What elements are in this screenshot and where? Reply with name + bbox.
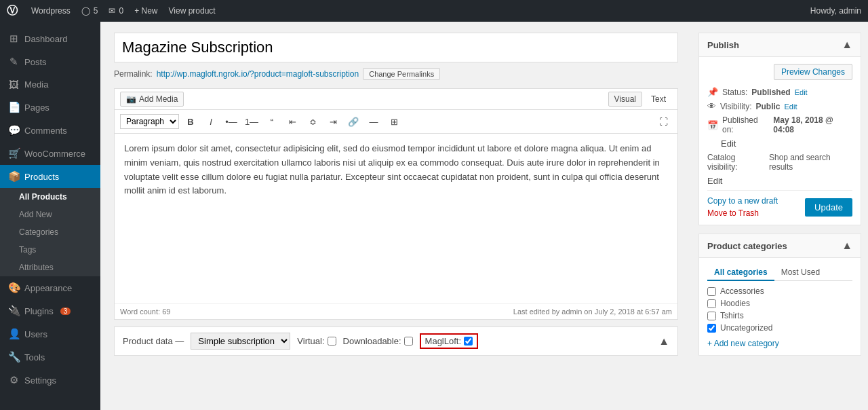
editor-content: Lorem ipsum dolor sit amet, consectetur … <box>124 143 660 195</box>
tab-visual[interactable]: Visual <box>608 92 642 107</box>
align-left-button[interactable]: ⇤ <box>283 113 301 130</box>
sidebar-item-pages[interactable]: 📄 Pages <box>0 96 100 119</box>
main-content: Permalink: http://wp.magloft.ngrok.io/?p… <box>100 22 692 410</box>
sidebar-item-dashboard[interactable]: ⊞ Dashboard <box>0 27 100 50</box>
cat-checkbox-uncategorized[interactable] <box>707 324 716 333</box>
categories-toggle[interactable]: ▲ <box>842 240 852 252</box>
magloft-checkbox[interactable] <box>464 337 473 346</box>
update-button[interactable]: Update <box>805 198 852 217</box>
downloadable-label: Downloadable: <box>343 336 413 346</box>
sidebar-item-users-label: Users <box>24 329 47 339</box>
sidebar-item-appearance-label: Appearance <box>24 283 72 293</box>
sidebar-item-settings[interactable]: ⚙ Settings <box>0 369 100 392</box>
downloadable-checkbox[interactable] <box>404 337 413 346</box>
bold-button[interactable]: B <box>182 113 199 130</box>
updates-icon: ◯ <box>81 6 90 16</box>
editor-body[interactable]: Lorem ipsum dolor sit amet, consectetur … <box>115 134 677 303</box>
tab-most-used[interactable]: Most Used <box>774 265 827 281</box>
tab-text[interactable]: Text <box>645 92 672 107</box>
sidebar-item-plugins-label: Plugins <box>24 306 54 316</box>
submenu-categories[interactable]: Categories <box>0 223 100 241</box>
italic-button[interactable]: I <box>202 113 220 130</box>
wp-logo[interactable]: Ⓥ <box>7 4 18 18</box>
cat-item-hoodies[interactable]: Hoodies <box>707 299 852 308</box>
table-button[interactable]: ⊞ <box>385 113 403 130</box>
cat-item-accessories[interactable]: Accessories <box>707 286 852 296</box>
move-trash-link[interactable]: Move to Trash <box>707 208 778 218</box>
plugins-badge: 3 <box>60 308 71 315</box>
permalink-label: Permalink: <box>114 69 153 79</box>
expand-editor-button[interactable]: ⛶ <box>654 113 672 130</box>
catalog-value: Shop and search results <box>769 153 852 172</box>
published-value: May 18, 2018 @ 04:08 <box>773 115 852 134</box>
right-sidebar: Publish ▲ Preview Changes 📌 Status: Publ… <box>692 22 868 410</box>
link-button[interactable]: 🔗 <box>344 113 362 130</box>
new-content[interactable]: + New <box>134 6 157 16</box>
publish-metabox-header: Publish ▲ <box>699 33 861 57</box>
blockquote-button[interactable]: “ <box>263 113 281 130</box>
publish-toggle[interactable]: ▲ <box>842 39 852 51</box>
virtual-checkbox[interactable] <box>328 337 336 346</box>
preview-changes-button[interactable]: Preview Changes <box>774 64 852 80</box>
sidebar-item-posts[interactable]: ✎ Posts <box>0 50 100 73</box>
horizontal-rule-button[interactable]: ― <box>365 113 382 130</box>
published-edit-link[interactable]: Edit <box>721 138 736 149</box>
editor-area: 📷 Add Media Visual Text Paragraph B I •—… <box>114 88 678 320</box>
submenu-tags[interactable]: Tags <box>0 241 100 259</box>
updates-count[interactable]: ◯ 5 <box>81 6 98 16</box>
visibility-row: 👁 Visibility: Public Edit <box>707 101 852 111</box>
unordered-list-button[interactable]: •— <box>222 113 240 130</box>
users-icon: 👤 <box>8 328 19 340</box>
sidebar-item-media[interactable]: 🖼 Media <box>0 73 100 96</box>
products-icon: 📦 <box>8 170 19 183</box>
category-tabs: All categories Most Used <box>707 265 852 281</box>
sidebar-item-appearance[interactable]: 🎨 Appearance <box>0 276 100 299</box>
cat-item-tshirts[interactable]: Tshirts <box>707 311 852 320</box>
product-data-bar: Product data — Simple subscription Simpl… <box>114 327 678 356</box>
add-new-category-link[interactable]: + Add new category <box>707 339 779 348</box>
change-permalinks-button[interactable]: Change Permalinks <box>363 68 440 80</box>
submenu-attributes[interactable]: Attributes <box>0 259 100 276</box>
submenu-all-products[interactable]: All Products <box>0 188 100 206</box>
cat-item-uncategorized[interactable]: Uncategorized <box>707 323 852 333</box>
site-name[interactable]: Wordpress <box>31 6 71 16</box>
catalog-edit-link[interactable]: Edit <box>707 176 722 186</box>
sidebar-item-plugins[interactable]: 🔌 Plugins 3 <box>0 299 100 322</box>
editor-footer: Word count: 69 Last edited by admin on J… <box>115 303 677 319</box>
sidebar-item-woocommerce[interactable]: 🛒 WooCommerce <box>0 142 100 165</box>
sidebar-item-tools[interactable]: 🔧 Tools <box>0 346 100 369</box>
permalink-row: Permalink: http://wp.magloft.ngrok.io/?p… <box>114 68 678 80</box>
posts-icon: ✎ <box>8 56 19 68</box>
ordered-list-button[interactable]: 1— <box>243 113 260 130</box>
plugins-icon: 🔌 <box>8 305 19 317</box>
product-type-select[interactable]: Simple subscription Simple product Varia… <box>191 333 290 350</box>
visibility-edit-link[interactable]: Edit <box>784 102 797 111</box>
sidebar-item-pages-label: Pages <box>24 102 50 113</box>
post-title-input[interactable] <box>114 33 678 62</box>
align-center-button[interactable]: ≎ <box>304 113 321 130</box>
sidebar-item-products[interactable]: 📦 Products <box>0 165 100 188</box>
categories-metabox-header: Product categories ▲ <box>699 234 861 258</box>
align-right-button[interactable]: ⇥ <box>324 113 342 130</box>
view-product-link[interactable]: View product <box>169 6 216 16</box>
format-select[interactable]: Paragraph <box>120 114 179 129</box>
sidebar-item-tools-label: Tools <box>24 352 45 362</box>
submenu-add-new[interactable]: Add New <box>0 206 100 223</box>
publish-bottom: Copy to a new draft Move to Trash Update <box>707 190 852 218</box>
sidebar-item-comments[interactable]: 💬 Comments <box>0 119 100 142</box>
comments-icon: 💬 <box>8 124 19 136</box>
woocommerce-icon: 🛒 <box>8 147 19 160</box>
calendar-icon: 📅 <box>707 120 718 130</box>
cat-checkbox-accessories[interactable] <box>707 287 716 296</box>
add-media-button[interactable]: 📷 Add Media <box>120 92 184 107</box>
comments-count[interactable]: ✉ 0 <box>108 6 123 16</box>
permalink-url[interactable]: http://wp.magloft.ngrok.io/?product=magl… <box>157 69 359 79</box>
status-edit-link[interactable]: Edit <box>795 88 808 96</box>
copy-draft-link[interactable]: Copy to a new draft <box>707 196 778 206</box>
cat-checkbox-hoodies[interactable] <box>707 299 716 308</box>
cat-checkbox-tshirts[interactable] <box>707 312 716 320</box>
tab-all-categories[interactable]: All categories <box>707 265 774 281</box>
product-data-expand[interactable]: ▲ <box>658 335 669 348</box>
pages-icon: 📄 <box>8 101 19 113</box>
sidebar-item-users[interactable]: 👤 Users <box>0 322 100 346</box>
